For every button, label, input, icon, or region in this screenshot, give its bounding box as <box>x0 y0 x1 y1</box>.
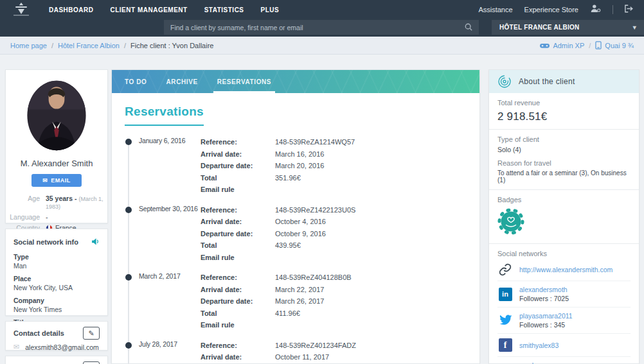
website-row[interactable]: http://www.alexandersmith.com <box>497 259 631 281</box>
departure-value: October 9, 2016 <box>275 228 326 240</box>
twitter-handle[interactable]: playasamara2011 <box>519 312 573 320</box>
breadcrumb-home[interactable]: Home page <box>10 42 47 49</box>
revenue-value: 2 918.51€ <box>497 110 631 123</box>
place-value: New York City, USA <box>13 284 100 291</box>
hotel-selector-dropdown[interactable]: HÔTEL FRANCE ALBION ▾ <box>492 20 644 35</box>
facebook-handle[interactable]: smithyalex83 <box>519 342 559 349</box>
facebook-row[interactable]: f smithyalex83 <box>497 334 631 357</box>
twitter-icon <box>498 315 512 326</box>
total-value: 439.95€ <box>275 239 301 252</box>
chevron-down-icon: ▾ <box>633 24 636 31</box>
internal-notes-card: Internal notes + <box>5 356 108 364</box>
reservations-heading: Reservations <box>125 105 204 126</box>
megaphone-icon[interactable] <box>91 236 100 248</box>
top-navbar: DASHBOARD CLIENT MANAGEMENT STATISTICS P… <box>0 0 644 37</box>
google-row[interactable]: G smalex Followers : 589 <box>497 357 631 364</box>
nav-client-management[interactable]: CLIENT MANAGEMENT <box>111 6 188 13</box>
client-profile-card: M. Alexander Smith ✉ EMAIL Age 35 years … <box>5 69 108 223</box>
reference-value: 148-539ReZ404128B0B <box>275 272 352 284</box>
social-networks-section: Social networks http://www.alexandersmit… <box>489 244 639 364</box>
tab-archive[interactable]: ARCHIVE <box>166 70 197 93</box>
divider: / <box>589 42 591 49</box>
reservation-entry: January 6, 2016 Reference:148-539ReZA121… <box>122 136 469 196</box>
reservation-date: March 2, 2017 <box>139 272 201 331</box>
breadcrumb-separator: / <box>124 42 126 49</box>
assistance-link[interactable]: Assistance <box>478 6 512 13</box>
add-note-button[interactable]: + <box>83 361 100 364</box>
departure-value: March 26, 2017 <box>275 295 324 308</box>
departure-value: March 20, 2016 <box>275 160 324 172</box>
contact-details-card: Contact details ✎ ✉ alexsmith83@gmail.co… <box>5 321 108 351</box>
contact-email-row: ✉ alexsmith83@gmail.com <box>13 343 100 351</box>
reservation-date: January 6, 2016 <box>139 136 201 196</box>
reason-for-travel-label: Reason for travel <box>497 159 631 167</box>
company-value: New York Times <box>13 306 100 313</box>
reservation-date: September 30, 2016 <box>139 204 201 264</box>
nav-plus[interactable]: PLUS <box>261 6 280 13</box>
user-account-icon[interactable] <box>590 4 601 15</box>
breadcrumb-right: Admin XP / Quai 9 ¾ <box>540 41 634 49</box>
total-value: 351.96€ <box>275 172 301 184</box>
hotel-selector-value: HÔTEL FRANCE ALBION <box>499 24 580 31</box>
envelope-icon: ✉ <box>13 343 19 351</box>
reservations-panel: TO DO ARCHIVE RESERVATIONS Reservations … <box>111 69 480 364</box>
linkedin-row[interactable]: in alexandersmoth Followers : 7025 <box>497 281 631 308</box>
tab-to-do[interactable]: TO DO <box>125 70 147 93</box>
nav-statistics[interactable]: STATISTICS <box>204 6 244 13</box>
tab-reservations[interactable]: RESERVATIONS <box>217 70 271 93</box>
reason-for-travel-value: To attend a fair or a seminar (3), On bu… <box>497 169 631 184</box>
website-url[interactable]: http://www.alexandersmith.com <box>519 266 613 273</box>
email-button[interactable]: ✉ EMAIL <box>31 174 82 187</box>
type-of-client-label: Type of client <box>497 135 631 143</box>
client-search-input[interactable] <box>170 24 465 31</box>
breadcrumb-separator: / <box>51 42 53 49</box>
about-client-header: About the client <box>489 70 639 93</box>
google-handle[interactable]: smalex <box>519 361 565 364</box>
reservations-timeline: January 6, 2016 Reference:148-539ReZA121… <box>122 136 469 364</box>
client-file-page: DASHBOARD CLIENT MANAGEMENT STATISTICS P… <box>0 0 644 364</box>
experience-store-link[interactable]: Experience Store <box>524 6 578 13</box>
badges-label: Badges <box>497 196 631 204</box>
type-of-client-value: Solo (4) <box>497 146 631 153</box>
navbar-right: Assistance Experience Store <box>478 4 634 15</box>
edit-contact-button[interactable]: ✎ <box>83 327 100 340</box>
pencil-icon: ✎ <box>88 329 94 338</box>
badges-section: Badges <box>489 190 639 244</box>
device-link[interactable]: Quai 9 ¾ <box>595 41 634 49</box>
fingerprint-icon <box>497 74 512 89</box>
reservation-entry: March 2, 2017 Reference:148-539ReZ404128… <box>122 272 469 331</box>
reference-value: 148-539ReZ1422123U0S <box>275 204 355 216</box>
reference-value: 148-539ReZA1214WQ57 <box>275 136 355 148</box>
twitter-row[interactable]: playasamara2011 Followers : 345 <box>497 308 631 334</box>
timeline-dot <box>125 274 132 281</box>
contact-details-title: Contact details <box>13 329 64 337</box>
loyalty-badge-icon[interactable] <box>497 208 631 238</box>
client-name: M. Alexander Smith <box>6 159 107 168</box>
arrival-value: October 11, 2017 <box>275 351 329 363</box>
timeline-dot <box>125 139 132 145</box>
age-value: 35 years - <box>46 195 76 202</box>
search-icon[interactable] <box>465 22 472 33</box>
social-networks-label: Social networks <box>497 250 631 257</box>
social-network-info-card: Social network info Type Man Place New Y… <box>5 229 108 316</box>
logout-icon[interactable] <box>625 4 634 15</box>
admin-xp-link[interactable]: Admin XP <box>540 42 584 49</box>
age-row: Age 35 years - (March 1, 1983) <box>6 195 107 210</box>
timeline-dot <box>125 342 132 349</box>
hotel-logo[interactable] <box>10 2 32 17</box>
breadcrumb-hotel[interactable]: Hôtel France Albion <box>58 42 120 49</box>
profile-info: Age 35 years - (March 1, 1983) Language … <box>6 195 107 232</box>
arrival-value: March 22, 2017 <box>275 284 324 296</box>
about-client-sidebar: About the client Total revenue 2 918.51€… <box>488 69 640 364</box>
linkedin-followers: Followers : 7025 <box>519 295 569 302</box>
reference-value: 148-539ReZ401234FADZ <box>275 340 356 352</box>
about-client-title: About the client <box>519 77 575 86</box>
linkedin-handle[interactable]: alexandersmoth <box>519 286 569 293</box>
crest-icon <box>10 2 32 17</box>
type-value: Man <box>13 262 100 270</box>
linkedin-icon: in <box>499 288 512 301</box>
revenue-label: Total revenue <box>497 99 631 107</box>
link-icon <box>498 263 512 276</box>
nav-dashboard[interactable]: DASHBOARD <box>49 6 94 13</box>
navbar-row: DASHBOARD CLIENT MANAGEMENT STATISTICS P… <box>0 0 644 19</box>
